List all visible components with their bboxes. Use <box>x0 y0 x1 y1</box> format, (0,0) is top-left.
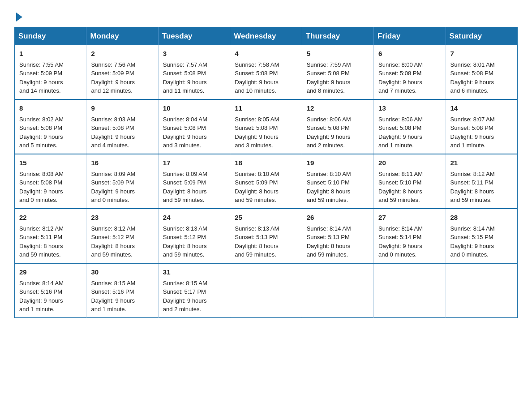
page-header <box>14 11 518 20</box>
header-saturday: Saturday <box>446 27 517 46</box>
calendar-cell: 30Sunrise: 8:15 AMSunset: 5:16 PMDayligh… <box>86 263 158 318</box>
day-info: Sunrise: 8:01 AMSunset: 5:08 PMDaylight:… <box>450 61 495 94</box>
day-number: 9 <box>91 103 153 113</box>
calendar-header-row: SundayMondayTuesdayWednesdayThursdayFrid… <box>15 27 518 46</box>
calendar-cell: 31Sunrise: 8:15 AMSunset: 5:17 PMDayligh… <box>158 263 230 318</box>
calendar-cell: 25Sunrise: 8:13 AMSunset: 5:13 PMDayligh… <box>230 209 302 263</box>
day-info: Sunrise: 8:06 AMSunset: 5:08 PMDaylight:… <box>378 116 423 149</box>
day-number: 30 <box>91 267 153 277</box>
day-number: 29 <box>19 267 82 277</box>
header-sunday: Sunday <box>15 27 86 46</box>
day-number: 14 <box>450 103 513 113</box>
day-number: 22 <box>19 213 82 223</box>
calendar-cell: 20Sunrise: 8:11 AMSunset: 5:10 PMDayligh… <box>374 154 446 209</box>
header-friday: Friday <box>374 27 446 46</box>
day-number: 4 <box>235 49 297 59</box>
calendar-cell: 6Sunrise: 8:00 AMSunset: 5:08 PMDaylight… <box>374 45 446 99</box>
day-info: Sunrise: 8:12 AMSunset: 5:11 PMDaylight:… <box>19 225 64 258</box>
calendar-cell: 7Sunrise: 8:01 AMSunset: 5:08 PMDaylight… <box>446 45 517 99</box>
calendar-cell <box>230 263 302 318</box>
day-number: 28 <box>450 213 513 223</box>
header-wednesday: Wednesday <box>230 27 302 46</box>
day-number: 19 <box>307 158 369 168</box>
calendar-cell: 22Sunrise: 8:12 AMSunset: 5:11 PMDayligh… <box>15 209 86 263</box>
day-info: Sunrise: 8:02 AMSunset: 5:08 PMDaylight:… <box>19 116 64 149</box>
calendar-week-row: 29Sunrise: 8:14 AMSunset: 5:16 PMDayligh… <box>15 263 518 318</box>
day-info: Sunrise: 8:11 AMSunset: 5:10 PMDaylight:… <box>378 171 423 204</box>
day-number: 31 <box>163 267 225 277</box>
calendar-cell: 1Sunrise: 7:55 AMSunset: 5:09 PMDaylight… <box>15 45 86 99</box>
day-number: 15 <box>19 158 82 168</box>
calendar-cell: 18Sunrise: 8:10 AMSunset: 5:09 PMDayligh… <box>230 154 302 209</box>
day-info: Sunrise: 8:15 AMSunset: 5:17 PMDaylight:… <box>163 280 207 313</box>
day-number: 25 <box>235 213 297 223</box>
day-number: 6 <box>378 49 441 59</box>
day-number: 27 <box>378 213 441 223</box>
day-number: 3 <box>163 49 225 59</box>
calendar-cell <box>446 263 517 318</box>
day-info: Sunrise: 7:58 AMSunset: 5:08 PMDaylight:… <box>235 61 279 94</box>
day-info: Sunrise: 8:10 AMSunset: 5:10 PMDaylight:… <box>307 171 351 204</box>
calendar-cell <box>302 263 373 318</box>
day-number: 2 <box>91 49 153 59</box>
calendar-cell: 24Sunrise: 8:13 AMSunset: 5:12 PMDayligh… <box>158 209 230 263</box>
day-info: Sunrise: 8:03 AMSunset: 5:08 PMDaylight:… <box>91 116 135 149</box>
calendar-cell <box>374 263 446 318</box>
day-info: Sunrise: 8:10 AMSunset: 5:09 PMDaylight:… <box>235 171 279 204</box>
calendar-table: SundayMondayTuesdayWednesdayThursdayFrid… <box>14 27 518 318</box>
day-number: 11 <box>235 103 297 113</box>
day-info: Sunrise: 8:00 AMSunset: 5:08 PMDaylight:… <box>378 61 423 94</box>
day-number: 8 <box>19 103 82 113</box>
calendar-cell: 2Sunrise: 7:56 AMSunset: 5:09 PMDaylight… <box>86 45 158 99</box>
day-info: Sunrise: 8:04 AMSunset: 5:08 PMDaylight:… <box>163 116 207 149</box>
logo <box>14 11 22 20</box>
day-number: 18 <box>235 158 297 168</box>
day-info: Sunrise: 8:12 AMSunset: 5:12 PMDaylight:… <box>91 225 135 258</box>
day-info: Sunrise: 8:14 AMSunset: 5:13 PMDaylight:… <box>307 225 351 258</box>
day-number: 20 <box>378 158 441 168</box>
day-info: Sunrise: 7:59 AMSunset: 5:08 PMDaylight:… <box>307 61 351 94</box>
calendar-cell: 15Sunrise: 8:08 AMSunset: 5:08 PMDayligh… <box>15 154 86 209</box>
day-info: Sunrise: 7:57 AMSunset: 5:08 PMDaylight:… <box>163 61 207 94</box>
day-info: Sunrise: 8:14 AMSunset: 5:16 PMDaylight:… <box>19 280 64 313</box>
calendar-cell: 8Sunrise: 8:02 AMSunset: 5:08 PMDaylight… <box>15 99 86 154</box>
day-info: Sunrise: 8:07 AMSunset: 5:08 PMDaylight:… <box>450 116 495 149</box>
calendar-cell: 12Sunrise: 8:06 AMSunset: 5:08 PMDayligh… <box>302 99 373 154</box>
calendar-cell: 17Sunrise: 8:09 AMSunset: 5:09 PMDayligh… <box>158 154 230 209</box>
calendar-cell: 14Sunrise: 8:07 AMSunset: 5:08 PMDayligh… <box>446 99 517 154</box>
day-number: 24 <box>163 213 225 223</box>
day-number: 17 <box>163 158 225 168</box>
day-number: 23 <box>91 213 153 223</box>
calendar-cell: 9Sunrise: 8:03 AMSunset: 5:08 PMDaylight… <box>86 99 158 154</box>
day-info: Sunrise: 8:09 AMSunset: 5:09 PMDaylight:… <box>163 171 207 204</box>
day-number: 10 <box>163 103 225 113</box>
header-thursday: Thursday <box>302 27 373 46</box>
calendar-cell: 27Sunrise: 8:14 AMSunset: 5:14 PMDayligh… <box>374 209 446 263</box>
calendar-cell: 29Sunrise: 8:14 AMSunset: 5:16 PMDayligh… <box>15 263 86 318</box>
calendar-cell: 16Sunrise: 8:09 AMSunset: 5:09 PMDayligh… <box>86 154 158 209</box>
logo-arrow-icon <box>16 13 22 21</box>
calendar-cell: 4Sunrise: 7:58 AMSunset: 5:08 PMDaylight… <box>230 45 302 99</box>
calendar-cell: 5Sunrise: 7:59 AMSunset: 5:08 PMDaylight… <box>302 45 373 99</box>
day-info: Sunrise: 7:55 AMSunset: 5:09 PMDaylight:… <box>19 61 64 94</box>
calendar-cell: 10Sunrise: 8:04 AMSunset: 5:08 PMDayligh… <box>158 99 230 154</box>
day-info: Sunrise: 8:14 AMSunset: 5:14 PMDaylight:… <box>378 225 423 258</box>
day-info: Sunrise: 8:15 AMSunset: 5:16 PMDaylight:… <box>91 280 135 313</box>
calendar-cell: 19Sunrise: 8:10 AMSunset: 5:10 PMDayligh… <box>302 154 373 209</box>
day-info: Sunrise: 8:08 AMSunset: 5:08 PMDaylight:… <box>19 171 64 204</box>
day-number: 26 <box>307 213 369 223</box>
day-info: Sunrise: 8:12 AMSunset: 5:11 PMDaylight:… <box>450 171 495 204</box>
day-info: Sunrise: 8:13 AMSunset: 5:13 PMDaylight:… <box>235 225 279 258</box>
day-info: Sunrise: 8:09 AMSunset: 5:09 PMDaylight:… <box>91 171 135 204</box>
calendar-cell: 3Sunrise: 7:57 AMSunset: 5:08 PMDaylight… <box>158 45 230 99</box>
day-info: Sunrise: 8:06 AMSunset: 5:08 PMDaylight:… <box>307 116 351 149</box>
day-number: 13 <box>378 103 441 113</box>
day-number: 16 <box>91 158 153 168</box>
calendar-week-row: 1Sunrise: 7:55 AMSunset: 5:09 PMDaylight… <box>15 45 518 99</box>
calendar-cell: 26Sunrise: 8:14 AMSunset: 5:13 PMDayligh… <box>302 209 373 263</box>
day-number: 7 <box>450 49 513 59</box>
header-tuesday: Tuesday <box>158 27 230 46</box>
day-number: 5 <box>307 49 369 59</box>
calendar-week-row: 22Sunrise: 8:12 AMSunset: 5:11 PMDayligh… <box>15 209 518 263</box>
day-number: 1 <box>19 49 82 59</box>
